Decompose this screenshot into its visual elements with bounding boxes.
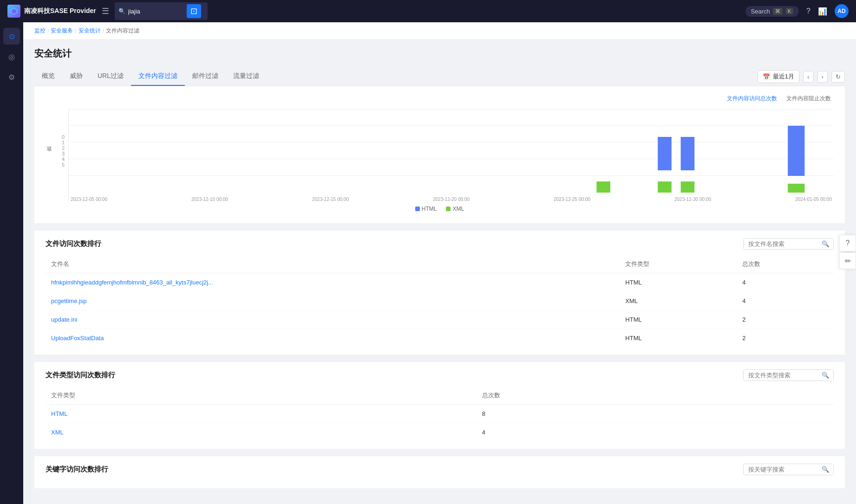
type-link-2[interactable]: XML [46,423,477,442]
x-label-7: 2024-01-05 00:00 [795,197,832,202]
html-legend-dot [415,207,420,211]
tab-threat[interactable]: 威胁 [62,67,90,86]
file-link-2[interactable]: pcgettime.jsp [46,292,620,310]
top-navigation: 南凌科技SASE Provider ☰ 🔍 ⊡ Search ⌘ K ? 📊 A… [0,0,856,22]
avatar[interactable]: AD [835,4,849,18]
file-count-4: 2 [737,329,834,348]
chart-y-axis: 5 4 3 2 1 0 [54,134,68,177]
filetype-access-table: 文件类型 总次数 HTML 8 XML 4 [46,387,834,441]
col-total-2: 总次数 [477,387,834,405]
xml-legend-dot [446,207,451,211]
tab-url-filter[interactable]: URL过滤 [90,67,131,86]
legend-btn-block[interactable]: 文件内容阻止次数 [784,94,834,103]
search-label: Search [751,8,770,15]
bar-xml-3 [596,181,610,193]
top-search-input[interactable] [128,8,184,15]
html-legend-label: HTML [422,206,437,212]
breadcrumb-sep-3: / [103,28,104,34]
file-access-table-header: 文件访问次数排行 🔍 [46,238,834,250]
breadcrumb-item-3[interactable]: 安全统计 [78,27,101,35]
chart-plot: 2023-12-05 00:00 2023-12-10 00:00 2023-1… [68,109,834,202]
search-shortcut-button[interactable]: Search ⌘ K [745,6,799,17]
location-icon: ◎ [8,52,15,61]
tab-overview[interactable]: 概览 [34,67,62,86]
y-label-0: 0 [62,134,65,140]
type-count-1: 8 [477,405,834,423]
file-type-3: HTML [620,310,737,329]
help-nav-icon[interactable]: ? [806,7,810,15]
left-sidebar: ⊙ ◎ ⚙ [0,22,23,504]
sidebar-item-settings[interactable]: ⚙ [3,69,20,85]
y-label-3: 3 [62,151,65,156]
breadcrumb-item-1[interactable]: 监控 [34,27,46,35]
keyword-search-input[interactable] [744,464,818,475]
y-label-5: 5 [62,162,65,168]
tab-file-content-filter[interactable]: 文件内容过滤 [131,67,185,86]
date-range-button[interactable]: 📅 最近1月 [758,70,799,83]
file-link-1[interactable]: hfnkpimlhhgieaddgfemjhofmfblmnib_8463_al… [46,273,620,292]
menu-icon[interactable]: ☰ [102,6,109,16]
help-icon: ? [846,239,850,247]
x-label-6: 2023-12-30 00:00 [674,197,711,202]
file-link-3[interactable]: update.ini [46,310,620,329]
breadcrumb-item-4: 文件内容过滤 [106,27,139,35]
app-logo: 南凌科技SASE Provider [7,5,96,18]
page-title: 安全统计 [34,47,845,60]
breadcrumb: 监控 / 安全服务 / 安全统计 / 文件内容过滤 [23,22,856,40]
type-count-2: 4 [477,423,834,442]
svg-marker-1 [12,9,16,14]
keyword-search-icon[interactable]: 🔍 [818,464,833,475]
refresh-button[interactable]: ↻ [831,71,845,83]
file-search-icon[interactable]: 🔍 [818,239,833,249]
bar-html-2 [681,137,695,170]
x-label-5: 2023-12-25 00:00 [554,197,590,202]
sidebar-item-location[interactable]: ◎ [3,48,20,65]
floating-help-button[interactable]: ? [839,235,856,252]
chart-area: 次数 5 4 3 2 1 0 [46,109,834,202]
tab-mail-filter[interactable]: 邮件过滤 [185,67,226,86]
tab-traffic-filter[interactable]: 流量过滤 [226,67,267,86]
filetype-access-table-section: 文件类型访问次数排行 🔍 文件类型 总次数 HTML 8 [34,362,845,449]
next-arrow-button[interactable]: › [817,71,828,83]
table-row: update.ini HTML 2 [46,310,834,329]
legend-btn-access[interactable]: 文件内容访问总次数 [724,94,780,103]
col-filename: 文件名 [46,255,620,273]
filetype-search-icon[interactable]: 🔍 [818,370,833,381]
table-row: XML 4 [46,423,834,442]
col-filetype: 文件类型 [620,255,737,273]
file-access-table-section: 文件访问次数排行 🔍 文件名 文件类型 总次数 hfnkpimlhhgiea [34,231,845,355]
col-type: 文件类型 [46,387,477,405]
chart-legend: HTML XML [46,206,834,212]
filetype-access-table-header: 文件类型访问次数排行 🔍 [46,369,834,381]
filetype-search-input[interactable] [744,370,818,381]
y-label-4: 4 [62,156,65,162]
main-content: 监控 / 安全服务 / 安全统计 / 文件内容过滤 安全统计 概览 威胁 URL… [23,22,856,504]
prev-arrow-button[interactable]: ‹ [803,71,813,83]
chart-legend-buttons: 文件内容访问总次数 文件内容阻止次数 [46,94,834,103]
chart-x-axis: 2023-12-05 00:00 2023-12-10 00:00 2023-1… [69,197,834,202]
floating-edit-button[interactable]: ✏ [839,252,856,269]
top-search-bar: 🔍 ⊡ [115,2,208,20]
legend-item-xml: XML [446,206,464,212]
y-label-2: 2 [62,145,65,151]
file-link-4[interactable]: UploadFoxStatData [46,329,620,348]
file-count-1: 4 [737,273,834,292]
x-label-2: 2023-12-10 00:00 [191,197,228,202]
calendar-icon: 📅 [763,73,770,80]
file-access-table: 文件名 文件类型 总次数 hfnkpimlhhgieaddgfemjhofmfb… [46,255,834,347]
page-body: 安全统计 概览 威胁 URL过滤 文件内容过滤 邮件过滤 流量过滤 📅 最近1月… [23,40,856,503]
file-search-input[interactable] [744,239,818,249]
sidebar-item-monitor[interactable]: ⊙ [3,28,20,45]
table-row: UploadFoxStatData HTML 2 [46,329,834,348]
filetype-access-search: 🔍 [743,369,834,381]
y-label-1: 1 [62,140,65,145]
monitor-icon: ⊙ [9,32,15,41]
breadcrumb-item-2[interactable]: 安全服务 [51,27,73,35]
tab-actions: 📅 最近1月 ‹ › ↻ [758,70,845,83]
edit-icon: ✏ [845,257,851,265]
shortcut-key2: K [785,8,793,14]
search-submit-button[interactable]: ⊡ [187,4,201,18]
table-row: HTML 8 [46,405,834,423]
type-link-1[interactable]: HTML [46,405,477,423]
chart-nav-icon[interactable]: 📊 [818,7,827,16]
